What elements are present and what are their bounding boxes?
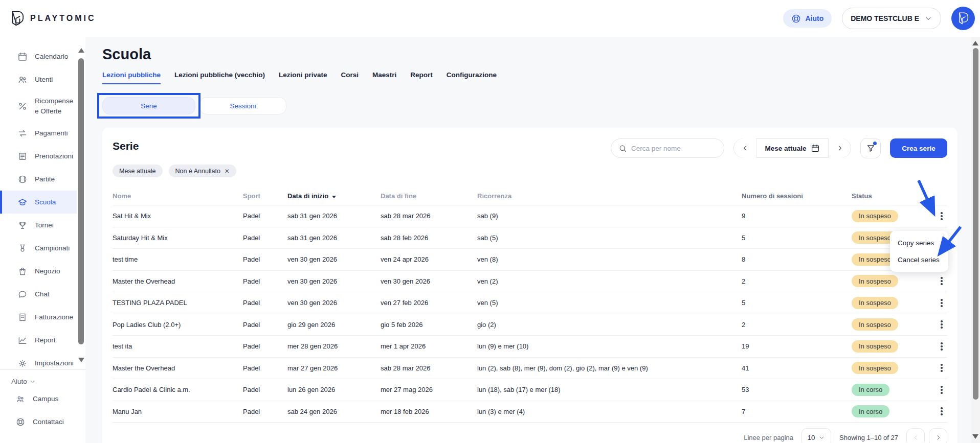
club-selector[interactable]: DEMO TESTCLUB E xyxy=(842,8,941,29)
table-header-row: Nome Sport Data di inizio Data di fine R… xyxy=(113,186,947,205)
search-box[interactable] xyxy=(611,138,724,158)
sidebar-help-section: Aiuto Campus Contattaci xyxy=(0,369,85,443)
calendar-icon xyxy=(17,52,28,62)
sidebar-item-partite[interactable]: Partite xyxy=(0,168,77,191)
sidebar-item-campionati[interactable]: Campionati xyxy=(0,237,77,260)
tab-lezioni-pubbliche-vecchio[interactable]: Lezioni pubbliche (vecchio) xyxy=(174,71,265,84)
menu-item-cancel-series[interactable]: Cancel series xyxy=(890,251,948,268)
sidebar-item-prenotazioni[interactable]: Prenotazioni xyxy=(0,145,77,168)
brand-logo[interactable]: PLAYTOMIC xyxy=(10,11,96,26)
sidebar-item-utenti[interactable]: Utenti xyxy=(0,68,77,91)
pagination-next-button[interactable] xyxy=(929,428,947,443)
scroll-down-arrow-icon[interactable] xyxy=(78,358,84,362)
rows-per-page-select[interactable]: 10 xyxy=(801,428,831,443)
sidebar-help-header[interactable]: Aiuto xyxy=(0,375,85,387)
page-scrollbar[interactable] xyxy=(971,37,980,443)
scroll-up-arrow-icon[interactable] xyxy=(78,48,84,53)
bookings-icon xyxy=(17,151,28,161)
next-month-button[interactable] xyxy=(828,138,851,158)
sidebar-item-calendario[interactable]: Calendario xyxy=(0,45,77,68)
kebab-icon[interactable] xyxy=(936,211,947,222)
chevron-left-icon xyxy=(741,144,749,152)
status-badge: In corso xyxy=(852,405,889,417)
table-row[interactable]: Pop Ladies Club (2.0+)Padelgio 29 gen 20… xyxy=(113,314,947,336)
table-row[interactable]: test itaPadelmer 28 gen 2026mer 1 apr 20… xyxy=(113,335,947,357)
tab-corsi[interactable]: Corsi xyxy=(341,71,359,84)
table-row[interactable]: Cardio Padel & Clinic a.m.Padellun 26 ge… xyxy=(113,379,947,401)
tab-lezioni-pubbliche[interactable]: Lezioni pubbliche xyxy=(102,71,161,84)
rows-per-page-label: Linee per pagina xyxy=(744,434,793,441)
kebab-icon[interactable] xyxy=(936,341,947,352)
table-row[interactable]: Sat Hit & MixPadelsab 31 gen 2026sab 28 … xyxy=(113,205,947,227)
sidebar-item-chat[interactable]: Chat xyxy=(0,283,77,306)
sidebar-item-contattaci[interactable]: Contattaci xyxy=(0,410,85,433)
help-button[interactable]: Aiuto xyxy=(783,9,832,28)
invoice-icon xyxy=(17,312,28,322)
users-icon xyxy=(17,75,28,85)
status-badge: In sospeso xyxy=(852,275,898,287)
table-row[interactable]: test timePadelven 30 gen 2026ven 24 apr … xyxy=(113,248,947,270)
menu-item-copy-series[interactable]: Copy series xyxy=(890,235,948,251)
close-icon[interactable]: ✕ xyxy=(225,168,230,175)
tab-configurazione[interactable]: Configurazione xyxy=(447,71,497,84)
table-row[interactable]: Master the OverheadPadelmar 27 gen 2026s… xyxy=(113,357,947,379)
table-row[interactable]: Manu JanPadelsab 24 gen 2026mer 18 feb 2… xyxy=(113,401,947,423)
table-row[interactable]: Master the OverheadPadelven 30 gen 2026v… xyxy=(113,270,947,292)
scroll-down-arrow-icon[interactable] xyxy=(972,434,978,439)
toggle-serie-button[interactable]: Serie xyxy=(102,97,195,114)
table-row[interactable]: Saturday Hit & MixPadelsab 31 gen 2026sa… xyxy=(113,227,947,249)
scroll-up-arrow-icon[interactable] xyxy=(972,41,978,45)
col-numero-sessioni: Numero di sessioni xyxy=(742,192,852,200)
sidebar-item-fatturazione[interactable]: Fatturazione xyxy=(0,306,77,329)
sidebar-item-pagamenti[interactable]: Pagamenti xyxy=(0,122,77,145)
table-row[interactable]: TESTING PLAZA PADELPadelven 30 gen 2026v… xyxy=(113,292,947,314)
pagination-prev-button[interactable] xyxy=(906,428,925,443)
tab-report[interactable]: Report xyxy=(410,71,433,84)
playtomic-avatar-icon xyxy=(957,12,969,25)
chip-non-annullato[interactable]: Non è Annullato ✕ xyxy=(169,165,236,177)
date-range-button[interactable]: Mese attuale xyxy=(756,144,828,153)
showing-range: Showing 1–10 of 27 xyxy=(839,434,898,441)
avatar[interactable] xyxy=(951,7,975,30)
status-badge: In sospeso xyxy=(852,210,898,222)
filter-chips: Mese attuale Non è Annullato ✕ xyxy=(113,165,947,177)
kebab-icon[interactable] xyxy=(936,406,947,417)
sidebar-item-ricompense[interactable]: Ricompense e Offerte xyxy=(0,91,77,122)
sidebar-item-scuola[interactable]: Scuola xyxy=(0,191,77,214)
kebab-icon[interactable] xyxy=(936,319,947,330)
col-data-fine: Data di fine xyxy=(381,192,477,200)
sidebar-item-campus[interactable]: Campus xyxy=(0,387,85,410)
chevron-down-icon xyxy=(818,434,825,441)
sort-desc-icon xyxy=(332,196,336,198)
page-scrollbar-thumb[interactable] xyxy=(973,48,978,400)
calendar-icon xyxy=(811,144,820,153)
prev-month-button[interactable] xyxy=(734,138,756,158)
col-data-inizio[interactable]: Data di inizio xyxy=(287,192,381,200)
toggle-sessioni-button[interactable]: Sessioni xyxy=(199,97,286,114)
chip-mese-attuale[interactable]: Mese attuale xyxy=(113,165,163,177)
sidebar-item-report[interactable]: Report xyxy=(0,329,77,352)
kebab-icon[interactable] xyxy=(936,362,947,374)
kebab-icon[interactable] xyxy=(936,275,947,287)
create-series-button[interactable]: Crea serie xyxy=(890,138,947,158)
sidebar-item-tornei[interactable]: Tornei xyxy=(0,214,77,237)
tab-maestri[interactable]: Maestri xyxy=(372,71,396,84)
sidebar-scrollbar[interactable] xyxy=(77,39,85,368)
search-input[interactable] xyxy=(631,145,713,152)
kebab-icon[interactable] xyxy=(936,297,947,309)
sidebar-item-negozio[interactable]: Negozio xyxy=(0,260,77,283)
chevron-right-icon xyxy=(934,434,942,441)
sidebar-nav: Calendario Utenti Ricompense e Offerte P… xyxy=(0,45,77,369)
kebab-icon[interactable] xyxy=(936,384,947,395)
filter-active-dot xyxy=(873,142,877,145)
payments-icon xyxy=(17,128,28,138)
medal-icon xyxy=(17,243,28,253)
sidebar-item-impostazioni[interactable]: Impostazioni xyxy=(0,352,77,369)
chevron-down-icon xyxy=(29,378,36,385)
gear-icon xyxy=(17,358,28,368)
filter-button[interactable] xyxy=(860,138,881,158)
tab-lezioni-private[interactable]: Lezioni private xyxy=(279,71,327,84)
sidebar-scrollbar-thumb[interactable] xyxy=(78,58,84,344)
trophy-icon xyxy=(17,220,28,230)
col-ricorrenza: Ricorrenza xyxy=(477,192,742,200)
